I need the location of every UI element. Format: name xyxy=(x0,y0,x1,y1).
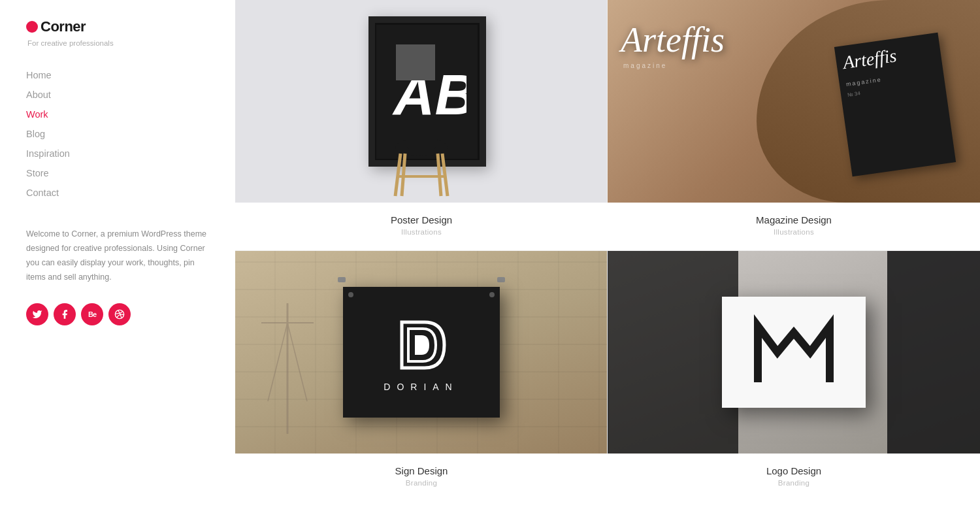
nav-inspiration[interactable]: Inspiration xyxy=(26,145,209,162)
poster-title: Poster Design xyxy=(235,214,608,225)
portfolio-item-m-logo[interactable]: Logo Design Branding xyxy=(608,251,980,501)
sidebar: Corner For creative professionals Home A… xyxy=(0,0,235,528)
logo-area[interactable]: Corner xyxy=(26,18,209,35)
poster-image: AB xyxy=(235,0,608,203)
nav-about[interactable]: About xyxy=(26,86,209,103)
svg-line-4 xyxy=(395,154,400,196)
portfolio-item-magazine[interactable]: Arteffis magazine № 34 Arteffis magazine… xyxy=(608,0,980,251)
facebook-button[interactable] xyxy=(54,303,76,325)
m-logo-image xyxy=(608,251,980,454)
social-icons: Be xyxy=(26,303,209,325)
svg-line-6 xyxy=(402,154,405,196)
twitter-button[interactable] xyxy=(26,303,48,325)
svg-line-5 xyxy=(442,154,448,196)
svg-line-11 xyxy=(268,323,287,401)
nav-store[interactable]: Store xyxy=(26,165,209,182)
nav-home[interactable]: Home xyxy=(26,67,209,84)
svg-line-12 xyxy=(287,323,307,401)
dorian-title: Sign Design xyxy=(235,465,608,476)
nav-blog[interactable]: Blog xyxy=(26,125,209,142)
logo-tagline: For creative professionals xyxy=(26,39,209,47)
dribbble-button[interactable] xyxy=(108,303,131,325)
magazine-info: Magazine Design Illustrations xyxy=(608,203,980,250)
svg-rect-3 xyxy=(407,118,436,149)
poster-category: Illustrations xyxy=(235,228,608,236)
portfolio-item-dorian[interactable]: DORIAN Sign Design Branding xyxy=(235,251,608,501)
dorian-info: Sign Design Branding xyxy=(235,454,608,501)
dorian-image: DORIAN xyxy=(235,251,608,454)
main-nav: Home About Work Blog Inspiration Store C… xyxy=(26,67,209,201)
nav-work[interactable]: Work xyxy=(26,106,209,123)
nav-contact[interactable]: Contact xyxy=(26,184,209,201)
logo-dot-icon xyxy=(26,21,38,33)
m-logo-info: Logo Design Branding xyxy=(608,454,980,501)
behance-button[interactable]: Be xyxy=(81,303,103,325)
portfolio-item-poster[interactable]: AB xyxy=(235,0,608,251)
logo-name: Corner xyxy=(41,18,86,35)
dorian-category: Branding xyxy=(235,479,608,487)
magazine-image: Arteffis magazine № 34 Arteffis magazine xyxy=(608,0,980,203)
poster-info: Poster Design Illustrations xyxy=(235,203,608,250)
m-logo-category: Branding xyxy=(608,479,980,487)
portfolio-grid: AB xyxy=(235,0,980,501)
magazine-title: Magazine Design xyxy=(608,214,980,225)
sidebar-description: Welcome to Corner, a premium WordPress t… xyxy=(26,227,209,285)
svg-line-7 xyxy=(438,154,441,196)
magazine-category: Illustrations xyxy=(608,228,980,236)
m-logo-title: Logo Design xyxy=(608,465,980,476)
